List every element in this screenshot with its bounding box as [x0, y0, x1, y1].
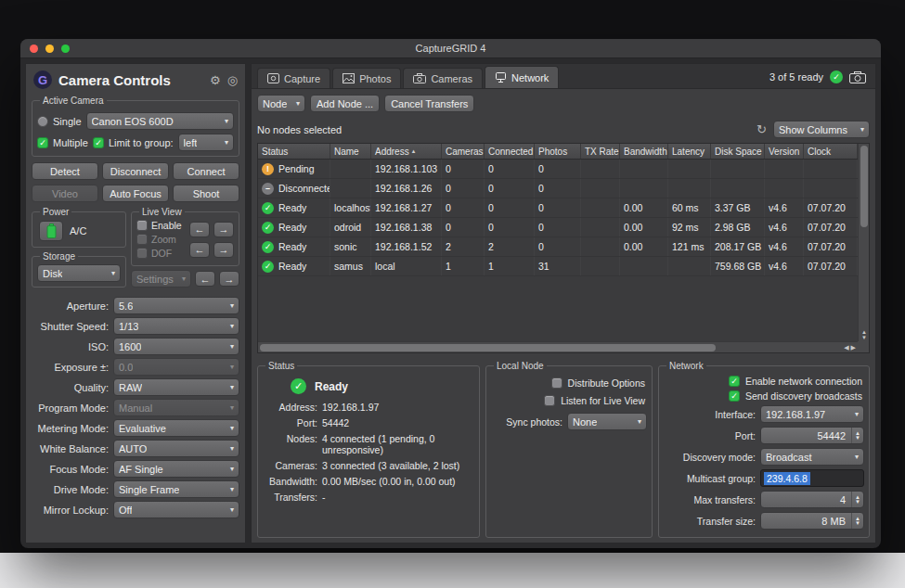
- cell-photos: 0: [535, 218, 581, 236]
- scrollbar-thumb[interactable]: [260, 344, 716, 352]
- horizontal-scrollbar[interactable]: ◀▶: [258, 341, 858, 352]
- exposure-select[interactable]: 0.0▾: [113, 358, 239, 376]
- transfer-size-spinner[interactable]: 8 MB ▲▼: [760, 512, 864, 530]
- limit-group-checkbox[interactable]: ✓: [93, 137, 104, 148]
- table-row[interactable]: ✓Readylocalhost192.168.1.270000.0060 ms3…: [258, 198, 858, 218]
- single-radio[interactable]: [37, 116, 48, 127]
- port-spinner[interactable]: 54442 ▲▼: [760, 427, 864, 444]
- battery-button[interactable]: [39, 221, 63, 241]
- left-arrow-button[interactable]: ←: [195, 271, 215, 287]
- column-header-disk-space[interactable]: Disk Space: [711, 144, 765, 159]
- program-mode-select[interactable]: Manual▾: [113, 399, 239, 416]
- spinner-arrows-icon[interactable]: ▲▼: [851, 513, 863, 529]
- live-view-zoom-checkbox[interactable]: [136, 234, 148, 245]
- scroll-left-icon[interactable]: ◀: [844, 344, 848, 352]
- table-row[interactable]: ✓Readysonic192.168.1.522200.00121 ms208.…: [258, 237, 858, 257]
- ready-status-icon: ✓: [262, 241, 274, 253]
- focus-mode-select[interactable]: AF Single▾: [113, 460, 239, 478]
- iso-select[interactable]: 1600▾: [113, 338, 239, 355]
- shoot-button[interactable]: Shoot: [173, 185, 239, 202]
- mirror-lockup-select[interactable]: Off▾: [113, 501, 239, 518]
- main-panel: Capture Photos Cameras: [251, 63, 876, 543]
- cell-tx-rate: [581, 237, 620, 256]
- single-camera-row: Single Canon EOS 600D ▾: [37, 112, 234, 130]
- aperture-select[interactable]: 5.6▾: [113, 297, 239, 314]
- discovery-broadcasts-checkbox[interactable]: ✓: [729, 390, 740, 402]
- column-header-photos[interactable]: Photos: [535, 144, 581, 159]
- refresh-icon[interactable]: ↻: [756, 123, 767, 135]
- live-view-group: Live View Enable Zoom: [131, 207, 239, 266]
- zoom-window-button[interactable]: [61, 45, 70, 53]
- right-arrow-button[interactable]: →: [213, 222, 234, 237]
- discovery-mode-select[interactable]: Broadcast ▾: [760, 448, 864, 466]
- ac-label: A/C: [70, 225, 86, 236]
- column-header-name[interactable]: Name: [330, 144, 371, 159]
- close-window-button[interactable]: [30, 45, 38, 53]
- window-content: G Camera Controls ⚙ ◎ Active Camera Sing…: [20, 58, 881, 548]
- column-header-connected[interactable]: Connected: [485, 144, 535, 159]
- tab-photos[interactable]: Photos: [332, 68, 401, 88]
- camera-select[interactable]: Canon EOS 600D ▾: [86, 112, 234, 130]
- settings-select[interactable]: Settings ▾: [131, 270, 191, 288]
- interface-select[interactable]: 192.168.1.97 ▾: [760, 405, 864, 423]
- gear-icon[interactable]: ⚙: [210, 74, 221, 86]
- left-arrow-button[interactable]: ←: [189, 242, 210, 258]
- scroll-right-icon[interactable]: ▶: [851, 344, 856, 352]
- cell-status: !Pending: [258, 160, 330, 178]
- distribute-options-checkbox[interactable]: [551, 377, 562, 389]
- listen-live-view-checkbox[interactable]: [544, 395, 555, 406]
- left-arrow-button[interactable]: ←: [189, 222, 210, 237]
- scroll-down-icon[interactable]: ▼: [861, 335, 867, 340]
- target-icon[interactable]: ◎: [227, 74, 238, 86]
- column-header-bandwidth[interactable]: Bandwidth: [620, 144, 668, 159]
- multiple-checkbox[interactable]: ✓: [37, 137, 48, 148]
- enable-network-checkbox[interactable]: ✓: [729, 376, 740, 387]
- spinner-arrows-icon[interactable]: ▲▼: [851, 492, 863, 507]
- tab-network[interactable]: Network: [485, 66, 559, 88]
- detect-button[interactable]: Detect: [32, 162, 98, 180]
- desktop-floor: [0, 553, 905, 588]
- column-header-latency[interactable]: Latency: [668, 144, 711, 159]
- multicast-group-input[interactable]: 239.4.6.8: [760, 469, 864, 487]
- column-header-tx-rate[interactable]: TX Rate: [581, 144, 620, 159]
- auto-focus-button[interactable]: Auto Focus: [102, 185, 169, 202]
- scrollbar-thumb[interactable]: [860, 146, 868, 227]
- table-row[interactable]: !Pending192.168.1.103000: [258, 160, 858, 179]
- column-header-cameras[interactable]: Cameras: [442, 144, 485, 159]
- column-header-status[interactable]: Status: [258, 144, 330, 159]
- show-columns-button[interactable]: Show Columns ▾: [773, 121, 870, 138]
- multiple-label: Multiple: [53, 137, 88, 148]
- cancel-transfers-button[interactable]: Cancel Transfers: [384, 95, 474, 112]
- shutter-speed-select[interactable]: 1/13▾: [113, 317, 239, 335]
- connect-button[interactable]: Connect: [173, 162, 239, 180]
- add-node-button[interactable]: Add Node ...: [310, 95, 380, 112]
- column-header-address[interactable]: Address▴: [371, 144, 442, 159]
- network-icon: [495, 72, 507, 83]
- tab-capture[interactable]: Capture: [257, 68, 330, 88]
- drive-mode-select[interactable]: Single Frame▾: [113, 480, 239, 498]
- column-header-clock[interactable]: Clock: [804, 144, 858, 159]
- live-view-enable-checkbox[interactable]: [136, 220, 148, 231]
- metering-mode-select[interactable]: Evaluative▾: [113, 419, 239, 437]
- live-view-dof-checkbox[interactable]: [136, 248, 148, 259]
- right-arrow-button[interactable]: →: [219, 271, 239, 287]
- storage-select[interactable]: Disk ▾: [37, 264, 121, 282]
- table-row[interactable]: ✓Readysamuslocal1131759.68 GBv4.607.07.2…: [258, 257, 858, 276]
- quality-select[interactable]: RAW▾: [113, 378, 239, 396]
- sync-photos-select[interactable]: None ▾: [567, 413, 647, 430]
- tab-cameras[interactable]: Cameras: [403, 68, 483, 88]
- column-header-version[interactable]: Version: [765, 144, 804, 159]
- node-menu-button[interactable]: Node ▾: [257, 95, 305, 112]
- right-arrow-button[interactable]: →: [213, 242, 234, 258]
- max-transfers-spinner[interactable]: 4 ▲▼: [760, 491, 864, 508]
- window-titlebar[interactable]: CaptureGRID 4: [20, 39, 881, 58]
- table-row[interactable]: ✓Readyodroid192.168.1.380000.0092 ms2.98…: [258, 218, 858, 237]
- table-row[interactable]: –Disconnected192.168.1.26000: [258, 179, 858, 198]
- vertical-scrollbar[interactable]: ▲▼: [858, 144, 869, 341]
- minimize-window-button[interactable]: [45, 45, 54, 53]
- disconnect-button[interactable]: Disconnect: [102, 162, 169, 180]
- white-balance-select[interactable]: AUTO▾: [113, 440, 239, 457]
- group-select[interactable]: left ▾: [178, 134, 234, 151]
- video-button[interactable]: Video: [32, 185, 98, 202]
- spinner-arrows-icon[interactable]: ▲▼: [851, 428, 863, 443]
